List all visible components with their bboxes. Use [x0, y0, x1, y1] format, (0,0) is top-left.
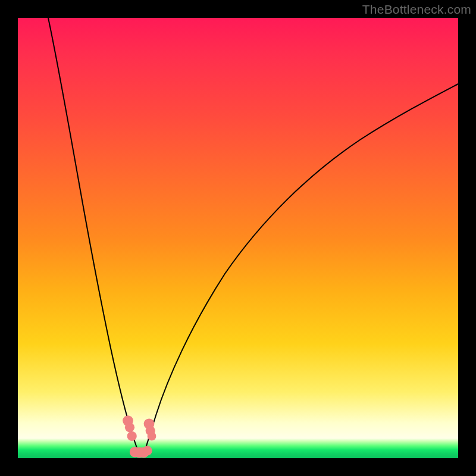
data-marker — [143, 446, 152, 455]
data-marker — [127, 431, 137, 441]
curve-left-branch — [48, 18, 138, 452]
chart-svg — [18, 18, 458, 458]
markers-group — [123, 415, 156, 458]
chart-frame — [18, 18, 458, 458]
curve-right-branch — [145, 84, 458, 452]
data-marker — [148, 432, 156, 441]
data-marker — [125, 422, 134, 432]
watermark-text: TheBottleneck.com — [362, 2, 471, 17]
